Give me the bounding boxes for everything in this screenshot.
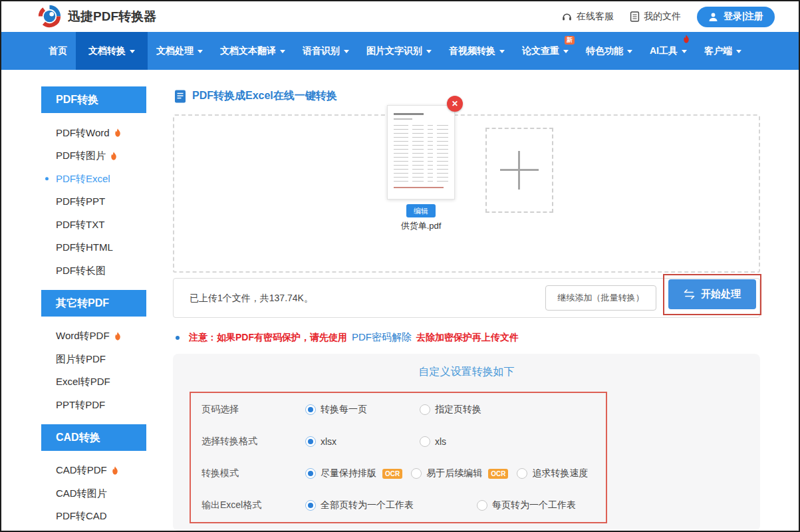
sidebar-section-header[interactable]: PDF转换	[41, 86, 146, 113]
radio-option[interactable]: 追求转换速度	[517, 467, 588, 479]
sidebar-item[interactable]: CAD转PDF	[41, 460, 146, 483]
sidebar-item[interactable]: Word转PDF	[41, 325, 146, 348]
upload-dropzone[interactable]	[173, 114, 760, 273]
flame-icon	[111, 466, 119, 475]
nav-item[interactable]: 音视频转换	[440, 32, 513, 70]
sidebar-item-label: PDF转HTML	[56, 241, 113, 254]
radio-option[interactable]: xls	[420, 436, 534, 447]
radio-option[interactable]: 转换每一页	[305, 404, 420, 416]
sidebar-item[interactable]: PPT转PDF	[41, 394, 146, 417]
settings-row: 转换模式尽量保持排版OCR易于后续编辑OCR追求转换速度	[201, 458, 606, 489]
radio-unselected-icon[interactable]	[477, 500, 487, 511]
radio-unselected-icon[interactable]	[420, 404, 430, 415]
chevron-down-icon	[736, 50, 741, 53]
thumbnail-column	[394, 125, 408, 182]
nav-item[interactable]: AI工具	[641, 32, 696, 70]
edit-file-button[interactable]: 编辑	[406, 204, 436, 217]
app-window: 迅捷PDF转换器 在线客服	[0, 0, 800, 532]
sidebar-item-label: CAD转图片	[56, 487, 107, 500]
start-processing-button[interactable]: 开始处理	[668, 279, 756, 309]
sidebar: PDF转换PDF转WordPDF转图片PDF转ExcelPDF转PPTPDF转T…	[41, 86, 146, 532]
thumbnail-column	[412, 125, 424, 182]
nav-item[interactable]: 文档转换	[76, 32, 148, 70]
my-files-link[interactable]: 我的文件	[630, 11, 681, 23]
nav-item-label: 首页	[49, 45, 67, 57]
settings-options: 尽量保持排版OCR易于后续编辑OCR追求转换速度	[305, 467, 606, 479]
settings-options: 转换每一页指定页转换	[305, 404, 606, 416]
add-more-files-button[interactable]: 继续添加（批量转换）	[545, 285, 656, 311]
sidebar-item[interactable]: CAD转图片	[41, 482, 146, 505]
radio-option[interactable]: 每页转为一个工作表	[477, 499, 576, 511]
sidebar-item[interactable]: PDF转PPT	[41, 191, 146, 214]
sidebar-item-label: PDF转CAD	[56, 510, 107, 523]
remove-file-icon[interactable]: ✕	[447, 96, 463, 112]
settings-annotation-box: 页码选择转换每一页指定页转换选择转换格式xlsxxls转换模式尽量保持排版OCR…	[190, 392, 607, 523]
pdf-password-removal-link[interactable]: PDF密码解除	[352, 331, 412, 344]
nav-item[interactable]: 图片文字识别	[358, 32, 440, 70]
nav-item[interactable]: 论文查重新	[513, 32, 577, 70]
settings-row: 选择转换格式xlsxxls	[201, 426, 606, 458]
radio-unselected-icon[interactable]	[420, 436, 430, 447]
settings-row: 输出Excel格式全部页转为一个工作表每页转为一个工作表	[201, 489, 606, 521]
sidebar-item[interactable]: PDF转图片	[41, 145, 146, 168]
radio-option-label: 全部页转为一个工作表	[321, 499, 414, 511]
sidebar-item[interactable]: Excel转PDF	[41, 371, 146, 394]
radio-option[interactable]: 指定页转换	[420, 404, 534, 416]
radio-selected-icon[interactable]	[305, 404, 316, 415]
ocr-badge: OCR	[488, 469, 508, 479]
settings-panel: 自定义设置转换如下 页码选择转换每一页指定页转换选择转换格式xlsxxls转换模…	[173, 354, 760, 531]
sidebar-section-header[interactable]: CAD转换	[41, 424, 146, 451]
chevron-down-icon	[426, 50, 432, 53]
settings-row-label: 选择转换格式	[201, 436, 305, 448]
nav-item[interactable]: 文档文本翻译	[211, 32, 294, 70]
settings-row-label: 输出Excel格式	[201, 499, 305, 511]
add-file-box[interactable]	[485, 128, 553, 213]
notice-suffix: 去除加密保护再上传文件	[416, 332, 519, 344]
radio-option-label: xlsx	[321, 436, 336, 447]
sidebar-item[interactable]: PDF转长图	[41, 259, 146, 283]
online-service-label: 在线客服	[577, 11, 614, 23]
sidebar-item[interactable]: 图片转PDF	[41, 348, 146, 371]
sidebar-item[interactable]: PDF转Word	[41, 122, 146, 145]
radio-selected-icon[interactable]	[305, 436, 316, 447]
radio-unselected-icon[interactable]	[411, 468, 422, 479]
sidebar-item[interactable]: PDF转HTML	[41, 237, 146, 260]
headset-icon	[561, 11, 573, 22]
plus-icon	[500, 151, 539, 190]
radio-unselected-icon[interactable]	[517, 468, 527, 479]
radio-option-label: xls	[435, 436, 446, 447]
nav-item[interactable]: 特色功能	[577, 32, 641, 70]
flame-icon	[110, 152, 118, 161]
sidebar-item[interactable]: PDF转Excel	[41, 168, 146, 191]
radio-selected-icon[interactable]	[305, 468, 316, 479]
page-title: PDF转换成Excel在线一键转换	[174, 89, 337, 103]
logo-swirl-icon	[37, 4, 62, 29]
radio-option-label: 指定页转换	[435, 404, 481, 416]
nav-item[interactable]: 文档处理	[148, 32, 211, 70]
online-service-link[interactable]: 在线客服	[561, 11, 614, 23]
radio-option-label: 转换每一页	[321, 404, 367, 416]
radio-option[interactable]: 尽量保持排版OCR	[305, 467, 402, 479]
thumbnail-line	[394, 187, 444, 188]
app-logo[interactable]: 迅捷PDF转换器	[37, 4, 156, 29]
nav-item[interactable]: 首页	[40, 32, 76, 70]
radio-selected-icon[interactable]	[305, 500, 316, 511]
nav-item[interactable]: 语音识别	[294, 32, 358, 70]
sidebar-item[interactable]: PDF转CAD	[41, 505, 146, 529]
radio-option[interactable]: 易于后续编辑OCR	[411, 467, 508, 479]
radio-option[interactable]: 全部页转为一个工作表	[305, 499, 477, 511]
my-files-label: 我的文件	[644, 11, 681, 23]
uploaded-file-thumbnail[interactable]	[387, 105, 455, 200]
settings-row-label: 转换模式	[201, 467, 305, 479]
sidebar-item[interactable]: PDF转TXT	[41, 213, 146, 237]
sidebar-section-header[interactable]: 其它转PDF	[41, 290, 146, 317]
settings-row-label: 页码选择	[201, 404, 305, 416]
thumbnail-column	[428, 125, 433, 182]
sidebar-item-label: Excel转PDF	[56, 376, 110, 388]
radio-option[interactable]: xlsx	[305, 436, 420, 447]
nav-item[interactable]: 客户端	[696, 32, 750, 70]
user-icon	[708, 12, 718, 22]
radio-option-label: 追求转换速度	[532, 467, 588, 479]
login-register-button[interactable]: 登录|注册	[697, 7, 775, 27]
top-header: 迅捷PDF转换器 在线客服	[1, 1, 799, 32]
